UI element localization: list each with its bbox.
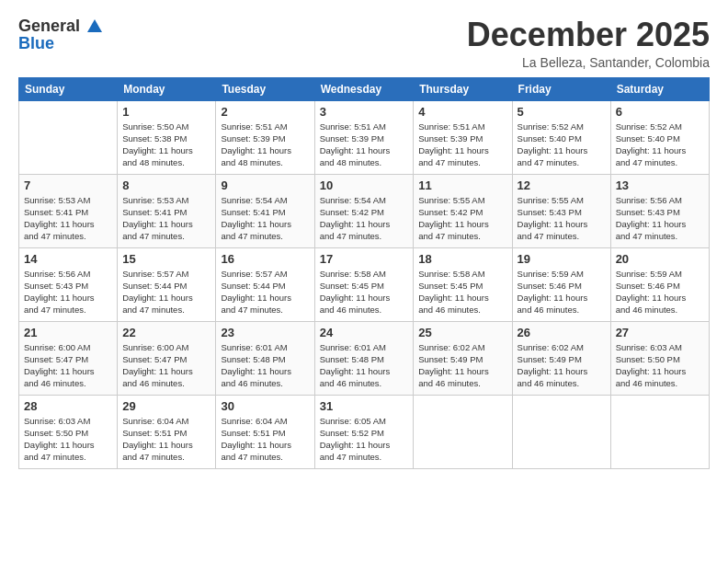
day-info: Sunrise: 5:52 AMSunset: 5:40 PMDaylight:… [518, 121, 606, 169]
day-number: 27 [616, 326, 704, 339]
day-info: Sunrise: 5:50 AMSunset: 5:38 PMDaylight:… [122, 121, 210, 169]
day-number: 18 [418, 252, 506, 266]
day-info: Sunrise: 6:03 AMSunset: 5:50 PMDaylight:… [616, 341, 704, 390]
day-cell: 3Sunrise: 5:51 AMSunset: 5:39 PMDaylight… [314, 100, 414, 174]
day-number: 25 [418, 326, 506, 339]
col-tuesday: Tuesday [216, 77, 314, 100]
day-cell: 5Sunrise: 5:52 AMSunset: 5:40 PMDaylight… [512, 100, 610, 174]
day-cell: 31Sunrise: 6:05 AMSunset: 5:52 PMDayligh… [314, 395, 414, 468]
page: General Blue December 2025 La Belleza, S… [0, 0, 728, 563]
col-monday: Monday [118, 77, 216, 100]
day-cell [414, 395, 512, 468]
day-number: 15 [122, 252, 210, 266]
day-cell: 26Sunrise: 6:02 AMSunset: 5:49 PMDayligh… [512, 321, 610, 395]
logo: General Blue [18, 17, 102, 53]
col-wednesday: Wednesday [314, 77, 414, 100]
col-saturday: Saturday [610, 77, 709, 100]
logo-general: General [18, 17, 80, 35]
day-info: Sunrise: 5:53 AMSunset: 5:41 PMDaylight:… [122, 194, 210, 243]
location-subtitle: La Belleza, Santander, Colombia [467, 55, 710, 70]
calendar-table: Sunday Monday Tuesday Wednesday Thursday… [18, 77, 710, 469]
day-cell: 8Sunrise: 5:53 AMSunset: 5:41 PMDaylight… [118, 174, 216, 247]
day-info: Sunrise: 5:51 AMSunset: 5:39 PMDaylight:… [221, 121, 309, 169]
day-cell: 23Sunrise: 6:01 AMSunset: 5:48 PMDayligh… [216, 321, 314, 395]
day-cell: 12Sunrise: 5:55 AMSunset: 5:43 PMDayligh… [512, 174, 610, 247]
day-cell: 30Sunrise: 6:04 AMSunset: 5:51 PMDayligh… [216, 395, 314, 468]
day-cell: 28Sunrise: 6:03 AMSunset: 5:50 PMDayligh… [19, 395, 118, 468]
day-number: 29 [122, 399, 210, 413]
day-cell: 27Sunrise: 6:03 AMSunset: 5:50 PMDayligh… [610, 321, 709, 395]
day-number: 5 [518, 105, 606, 119]
day-number: 2 [221, 105, 309, 119]
day-info: Sunrise: 6:04 AMSunset: 5:51 PMDaylight:… [221, 415, 309, 464]
day-cell: 15Sunrise: 5:57 AMSunset: 5:44 PMDayligh… [118, 247, 216, 321]
day-number: 3 [320, 105, 409, 119]
day-cell: 29Sunrise: 6:04 AMSunset: 5:51 PMDayligh… [118, 395, 216, 468]
day-number: 4 [418, 105, 506, 119]
day-info: Sunrise: 5:59 AMSunset: 5:46 PMDaylight:… [518, 268, 606, 316]
day-cell: 24Sunrise: 6:01 AMSunset: 5:48 PMDayligh… [314, 321, 414, 395]
week-row-1: 1Sunrise: 5:50 AMSunset: 5:38 PMDaylight… [19, 100, 710, 174]
day-cell: 14Sunrise: 5:56 AMSunset: 5:43 PMDayligh… [19, 247, 118, 321]
day-number: 19 [518, 252, 606, 266]
day-info: Sunrise: 6:00 AMSunset: 5:47 PMDaylight:… [24, 341, 112, 390]
day-number: 9 [221, 178, 309, 192]
day-cell: 2Sunrise: 5:51 AMSunset: 5:39 PMDaylight… [216, 100, 314, 174]
day-info: Sunrise: 6:02 AMSunset: 5:49 PMDaylight:… [418, 341, 506, 390]
col-sunday: Sunday [19, 77, 118, 100]
day-info: Sunrise: 5:55 AMSunset: 5:43 PMDaylight:… [518, 194, 606, 243]
day-number: 30 [221, 399, 309, 413]
day-info: Sunrise: 5:56 AMSunset: 5:43 PMDaylight:… [24, 268, 112, 316]
day-cell: 18Sunrise: 5:58 AMSunset: 5:45 PMDayligh… [414, 247, 512, 321]
day-number: 13 [616, 178, 704, 192]
day-info: Sunrise: 6:03 AMSunset: 5:50 PMDaylight:… [24, 415, 112, 464]
day-info: Sunrise: 6:01 AMSunset: 5:48 PMDaylight:… [320, 341, 409, 390]
header: General Blue December 2025 La Belleza, S… [18, 17, 710, 70]
day-number: 21 [24, 326, 112, 339]
day-cell: 11Sunrise: 5:55 AMSunset: 5:42 PMDayligh… [414, 174, 512, 247]
week-row-4: 21Sunrise: 6:00 AMSunset: 5:47 PMDayligh… [19, 321, 710, 395]
title-block: December 2025 La Belleza, Santander, Col… [467, 17, 710, 70]
day-info: Sunrise: 5:57 AMSunset: 5:44 PMDaylight:… [221, 268, 309, 316]
day-number: 12 [518, 178, 606, 192]
logo-bird-icon [87, 19, 102, 32]
day-cell [610, 395, 709, 468]
day-cell: 20Sunrise: 5:59 AMSunset: 5:46 PMDayligh… [610, 247, 709, 321]
day-info: Sunrise: 5:59 AMSunset: 5:46 PMDaylight:… [616, 268, 704, 316]
day-cell: 10Sunrise: 5:54 AMSunset: 5:42 PMDayligh… [314, 174, 414, 247]
logo-blue: Blue [18, 34, 54, 53]
month-title: December 2025 [467, 17, 710, 53]
day-info: Sunrise: 5:51 AMSunset: 5:39 PMDaylight:… [418, 121, 506, 169]
day-cell: 21Sunrise: 6:00 AMSunset: 5:47 PMDayligh… [19, 321, 118, 395]
day-number: 7 [24, 178, 112, 192]
day-info: Sunrise: 6:01 AMSunset: 5:48 PMDaylight:… [221, 341, 309, 390]
day-number: 26 [518, 326, 606, 339]
day-info: Sunrise: 5:54 AMSunset: 5:41 PMDaylight:… [221, 194, 309, 243]
col-thursday: Thursday [414, 77, 512, 100]
day-cell: 25Sunrise: 6:02 AMSunset: 5:49 PMDayligh… [414, 321, 512, 395]
day-cell: 6Sunrise: 5:52 AMSunset: 5:40 PMDaylight… [610, 100, 709, 174]
day-info: Sunrise: 5:54 AMSunset: 5:42 PMDaylight:… [320, 194, 409, 243]
day-cell: 19Sunrise: 5:59 AMSunset: 5:46 PMDayligh… [512, 247, 610, 321]
week-row-2: 7Sunrise: 5:53 AMSunset: 5:41 PMDaylight… [19, 174, 710, 247]
day-cell [19, 100, 118, 174]
day-info: Sunrise: 6:05 AMSunset: 5:52 PMDaylight:… [320, 415, 409, 464]
day-info: Sunrise: 5:53 AMSunset: 5:41 PMDaylight:… [24, 194, 112, 243]
day-info: Sunrise: 5:57 AMSunset: 5:44 PMDaylight:… [122, 268, 210, 316]
col-friday: Friday [512, 77, 610, 100]
day-cell [512, 395, 610, 468]
day-info: Sunrise: 5:52 AMSunset: 5:40 PMDaylight:… [616, 121, 704, 169]
day-number: 8 [122, 178, 210, 192]
day-cell: 9Sunrise: 5:54 AMSunset: 5:41 PMDaylight… [216, 174, 314, 247]
day-number: 14 [24, 252, 112, 266]
day-number: 6 [616, 105, 704, 119]
calendar-header-row: Sunday Monday Tuesday Wednesday Thursday… [19, 77, 710, 100]
day-info: Sunrise: 5:55 AMSunset: 5:42 PMDaylight:… [418, 194, 506, 243]
day-number: 16 [221, 252, 309, 266]
day-info: Sunrise: 5:58 AMSunset: 5:45 PMDaylight:… [320, 268, 409, 316]
day-info: Sunrise: 5:51 AMSunset: 5:39 PMDaylight:… [320, 121, 409, 169]
day-cell: 1Sunrise: 5:50 AMSunset: 5:38 PMDaylight… [118, 100, 216, 174]
week-row-3: 14Sunrise: 5:56 AMSunset: 5:43 PMDayligh… [19, 247, 710, 321]
day-number: 10 [320, 178, 409, 192]
day-number: 1 [122, 105, 210, 119]
